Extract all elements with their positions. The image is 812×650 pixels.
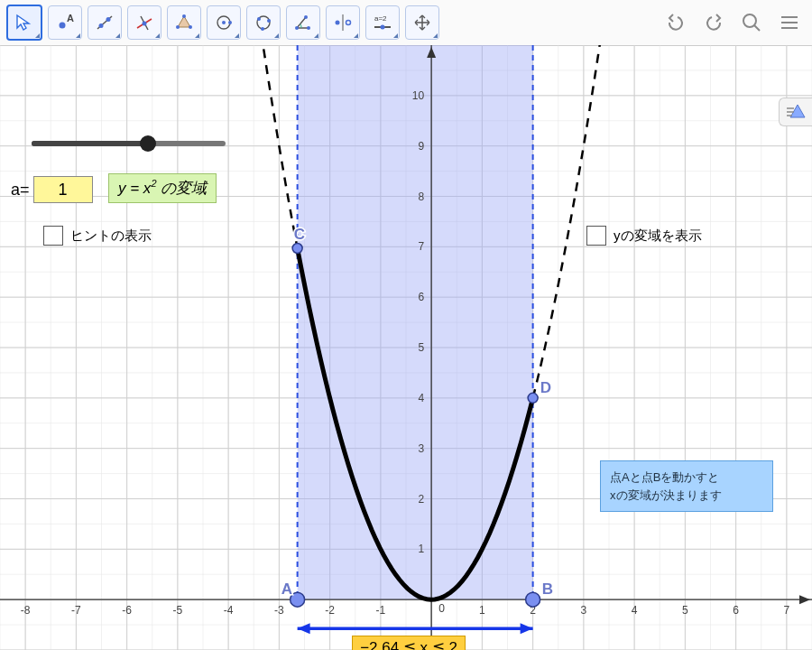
tool-perpendicular[interactable]: [127, 5, 161, 40]
info-line1: 点Aと点Bを動かすと: [610, 470, 719, 484]
svg-point-4: [106, 17, 111, 22]
side-panel-toggle[interactable]: [779, 98, 812, 126]
svg-point-160: [292, 244, 302, 254]
a-param: a=: [11, 176, 93, 203]
svg-text:A: A: [281, 580, 292, 598]
svg-text:5: 5: [418, 341, 424, 354]
tool-circle-3pt[interactable]: [246, 5, 281, 40]
svg-text:3: 3: [581, 604, 587, 617]
svg-line-29: [754, 25, 760, 31]
svg-text:-5: -5: [173, 604, 183, 617]
graphics-view[interactable]: -8-7-6-5-4-3-2-11234567123456789100ABCD …: [0, 45, 812, 650]
svg-point-9: [182, 14, 186, 18]
svg-point-27: [381, 25, 385, 30]
svg-point-16: [257, 17, 261, 21]
domain-label: −2.64 ≦ x ≦ 2: [352, 636, 466, 650]
svg-text:-4: -4: [224, 604, 234, 617]
checkbox-show-range[interactable]: yの変域を表示: [586, 226, 702, 246]
slider-knob[interactable]: [140, 135, 156, 152]
a-input[interactable]: [33, 176, 93, 203]
svg-text:5: 5: [682, 604, 688, 617]
checkbox-icon[interactable]: [43, 226, 63, 246]
svg-point-162: [528, 393, 538, 403]
checkbox-hint[interactable]: ヒントの表示: [43, 226, 152, 246]
svg-text:3: 3: [418, 442, 424, 455]
svg-text:10: 10: [412, 89, 425, 102]
svg-text:6: 6: [418, 291, 424, 303]
a-slider[interactable]: [32, 135, 226, 152]
a-label: a=: [11, 181, 30, 200]
svg-text:8: 8: [418, 190, 424, 203]
tool-circle-center[interactable]: [207, 5, 241, 40]
svg-text:4: 4: [632, 604, 638, 617]
svg-point-20: [307, 26, 310, 30]
svg-text:9: 9: [418, 140, 424, 153]
svg-text:-2: -2: [325, 604, 335, 617]
tool-point[interactable]: A: [48, 5, 82, 40]
svg-text:-6: -6: [122, 604, 132, 617]
svg-point-14: [228, 21, 232, 24]
svg-text:-1: -1: [376, 604, 386, 617]
tool-reflect[interactable]: [326, 5, 360, 40]
svg-text:A: A: [67, 13, 74, 23]
tool-slider[interactable]: a=2: [365, 5, 400, 40]
tool-polygon[interactable]: [167, 5, 201, 40]
svg-point-19: [295, 26, 299, 30]
svg-marker-125: [799, 595, 810, 604]
svg-text:B: B: [542, 580, 553, 598]
tool-move-view[interactable]: [405, 5, 439, 40]
svg-point-158: [526, 592, 540, 607]
svg-text:-3: -3: [274, 604, 284, 617]
search-icon[interactable]: [736, 7, 767, 38]
svg-text:7: 7: [784, 604, 790, 617]
menu-icon[interactable]: [774, 7, 805, 38]
svg-point-0: [60, 23, 66, 29]
checkbox-icon[interactable]: [586, 226, 606, 246]
svg-text:7: 7: [418, 240, 424, 253]
svg-point-13: [222, 21, 226, 24]
info-box: 点Aと点Bを動かすと xの変域が決まります: [600, 460, 773, 512]
svg-marker-164: [790, 105, 805, 117]
svg-point-18: [261, 27, 264, 31]
svg-text:a=2: a=2: [374, 14, 387, 23]
svg-text:4: 4: [418, 392, 424, 404]
svg-point-28: [743, 14, 756, 27]
tool-angle[interactable]: [286, 5, 320, 40]
svg-text:-7: -7: [71, 604, 81, 617]
svg-point-156: [291, 592, 305, 607]
svg-point-7: [143, 22, 147, 26]
undo-icon[interactable]: [660, 7, 691, 38]
function-label: y = x2 の変域: [108, 173, 217, 203]
checkbox-hint-label: ヒントの表示: [70, 228, 152, 245]
svg-point-10: [189, 25, 192, 29]
svg-text:2: 2: [418, 493, 424, 506]
tool-move[interactable]: [6, 5, 42, 41]
svg-point-3: [99, 23, 104, 28]
svg-text:6: 6: [733, 604, 739, 617]
svg-point-21: [304, 15, 308, 19]
svg-text:-8: -8: [21, 604, 31, 617]
info-line2: xの変域が決まります: [610, 488, 722, 502]
svg-point-17: [267, 19, 271, 23]
checkbox-range-label: yの変域を表示: [614, 228, 702, 245]
redo-icon[interactable]: [698, 7, 729, 38]
svg-text:1: 1: [479, 604, 485, 617]
toolbar: A a=2: [0, 0, 812, 46]
svg-point-24: [346, 21, 351, 25]
svg-point-11: [176, 25, 180, 29]
svg-text:D: D: [540, 379, 551, 396]
svg-text:1: 1: [418, 543, 424, 555]
svg-text:C: C: [294, 226, 305, 243]
svg-point-23: [336, 21, 340, 25]
svg-text:0: 0: [438, 602, 445, 615]
tool-line[interactable]: [88, 5, 122, 40]
